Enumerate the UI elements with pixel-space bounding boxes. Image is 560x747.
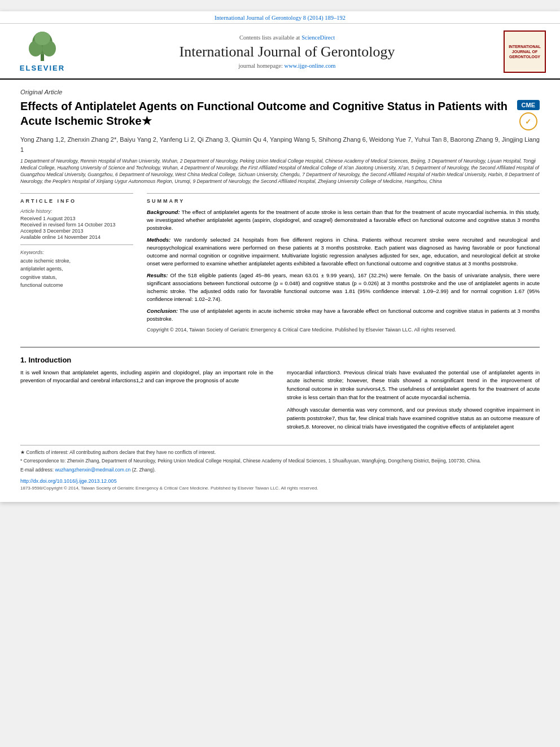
issn-line: 1873-9598/Copyright © 2014, Taiwan Socie… [20,486,540,491]
keyword-1: acute ischemic stroke, [20,257,133,265]
results-label: Results: [147,272,168,278]
history-label: Article history: [20,208,133,214]
available-online: Available online 14 November 2014 [20,234,133,240]
sciencedirect-link[interactable]: ScienceDirect [301,34,335,41]
keyword-3: cognitive status, [20,273,133,281]
keywords-section: Keywords: acute ischemic stroke, antipla… [20,250,133,290]
keyword-4: functional outcome [20,281,133,289]
doi-link[interactable]: http://dx.doi.org/10.1016/j.ijge.2013.12… [20,478,540,484]
article-info-col: ARTICLE INFO Article history: Received 1… [20,193,133,338]
summary-methods: Methods: We randomly selected 24 hospita… [147,236,540,268]
correspondence-footnote: * Correspondence to: Zhenxin Zhang, Depa… [20,457,540,465]
article-type: Original Article [20,89,540,95]
title-row: Effects of Antiplatelet Agents on Functi… [20,99,540,130]
cme-badge: CME [517,100,540,110]
intro-para-right: myocardial infarction3. Previous clinica… [287,369,540,431]
email-footnote: E-mail address: wuzhangzhenxin@medmail.c… [20,466,540,474]
footnotes-area: ★ Conflicts of interest: All contributin… [20,445,540,491]
results-text: Of the 518 eligible patients (aged 45–86… [147,272,540,303]
affiliations: 1 Department of Neurology, Renmin Hospit… [20,158,540,185]
methods-label: Methods: [147,237,170,243]
summary-text: Background: The effect of antiplatelet a… [147,208,540,334]
email-suffix: (Z. Zhang). [132,467,156,473]
background-text: The effect of antiplatelet agents for th… [147,209,540,231]
article-info-heading: ARTICLE INFO [20,198,133,204]
email-link[interactable]: wuzhangzhenxin@medmail.com.cn [55,467,130,473]
title-badges: CME ✓ [517,100,540,130]
keywords-list: acute ischemic stroke, antiplatelet agen… [20,257,133,290]
body-col-left: It is well known that antiplatelet agent… [20,369,273,436]
body-divider [20,347,540,348]
keyword-2: antiplatelet agents, [20,265,133,273]
body-col-right: myocardial infarction3. Previous clinica… [287,369,540,436]
conclusion-label: Conclusion: [147,308,178,314]
svg-point-4 [34,32,50,45]
summary-heading: SUMMARY [147,198,540,204]
journal-homepage: journal homepage: www.ijge-online.com [239,63,336,69]
conclusion-text: The use of antiplatelet agents in acute … [147,308,540,322]
accepted: Accepted 3 December 2013 [20,228,133,234]
intro-para1: It is well known that antiplatelet agent… [20,369,273,385]
journal-logo-right: INTERNATIONAL JOURNAL OF GERONTOLOGY [501,30,549,73]
elsevier-brand-text: ELSEVIER [20,64,65,72]
intro-number: 1. [20,356,27,364]
svg-rect-0 [41,54,44,61]
summary-conclusion: Conclusion: The use of antiplatelet agen… [147,307,540,324]
methods-text: We randomly selected 24 hospitals from f… [147,237,540,267]
email-label: E-mail address: [20,467,54,473]
summary-col: SUMMARY Background: The effect of antipl… [147,193,540,338]
article-info-summary-row: ARTICLE INFO Article history: Received 1… [20,193,540,338]
authors-text: Yong Zhang 1,2, Zhenxin Zhang 2*, Baiyu … [20,136,540,153]
summary-background: Background: The effect of antiplatelet a… [147,208,540,233]
intro-heading: 1. Introduction [20,356,540,364]
gerontology-badge: INTERNATIONAL JOURNAL OF GERONTOLOGY [504,30,546,73]
journal-url[interactable]: www.ijge-online.com [285,63,336,69]
sciencedirect-line: Contents lists available at ScienceDirec… [239,34,335,41]
received1: Received 1 August 2013 [20,216,133,221]
journal-top-bar: International Journal of Gerontology 8 (… [0,11,560,24]
body-two-col: It is well known that antiplatelet agent… [20,369,540,436]
article-body: Original Article Effects of Antiplatelet… [0,80,560,502]
conflict-footnote: ★ Conflicts of interest: All contributin… [20,449,540,456]
page: International Journal of Gerontology 8 (… [0,11,560,502]
crossmark-badge: ✓ [519,112,537,130]
intro-title: Introduction [28,356,71,364]
received2: Received in revised form 14 October 2013 [20,222,133,228]
summary-results: Results: Of the 518 eligible patients (a… [147,272,540,304]
top-bar-text: International Journal of Gerontology 8 (… [215,15,345,21]
elsevier-tree-icon [25,32,59,63]
background-label: Background: [147,209,180,215]
authors-line: Yong Zhang 1,2, Zhenxin Zhang 2*, Baiyu … [20,135,540,155]
journal-title: International Journal of Gerontology [180,43,395,60]
journal-center: Contents lists available at ScienceDirec… [79,30,495,73]
article-title: Effects of Antiplatelet Agents on Functi… [20,99,511,128]
summary-copyright: Copyright © 2014, Taiwan Society of Geri… [147,326,540,334]
journal-header: ELSEVIER Contents lists available at Sci… [0,24,560,80]
elsevier-logo: ELSEVIER [11,30,73,73]
divider [20,244,133,245]
keywords-label: Keywords: [20,250,133,255]
